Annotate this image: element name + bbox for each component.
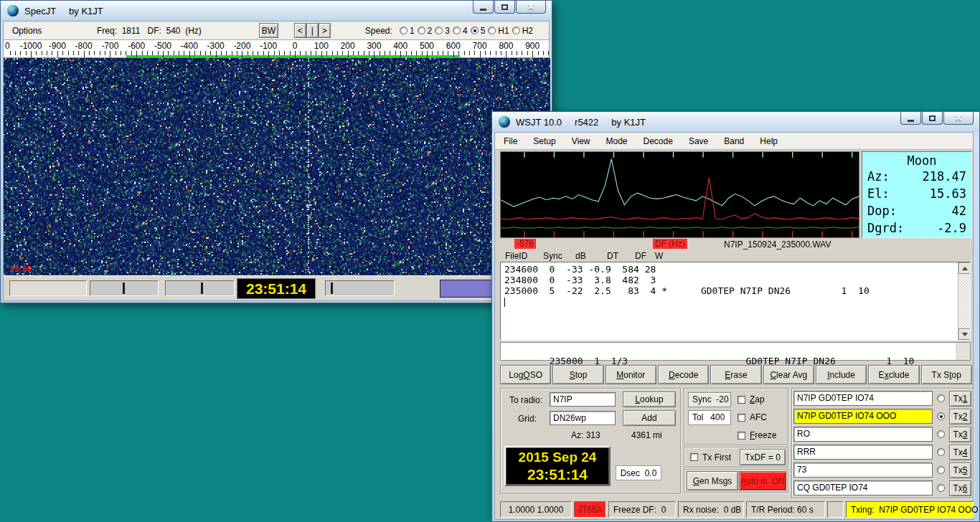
gain-slider-2[interactable] bbox=[165, 280, 235, 296]
tx1-select-radio[interactable] bbox=[937, 394, 945, 402]
maximize-button[interactable] bbox=[494, 1, 515, 14]
average-text-area[interactable]: 235000 1 1/3 GD0TEP N7IP DN26 1 10 bbox=[500, 342, 971, 361]
scale-label: -200 bbox=[233, 41, 250, 51]
menu-band[interactable]: Band bbox=[724, 136, 744, 146]
options-menu[interactable]: Options bbox=[12, 26, 97, 36]
menu-mode[interactable]: Mode bbox=[606, 136, 628, 146]
speed-option-5[interactable]: 5 bbox=[471, 26, 486, 36]
freeze-checkbox[interactable]: Freeze bbox=[738, 430, 776, 440]
wsjt-caption-buttons: ✕ bbox=[900, 112, 974, 125]
tx3-select-radio[interactable] bbox=[937, 430, 945, 438]
decode-button[interactable]: Decode bbox=[658, 365, 709, 384]
close-button[interactable]: ✕ bbox=[943, 112, 974, 125]
menu-decode[interactable]: Decode bbox=[644, 136, 673, 146]
scale-tick bbox=[268, 51, 269, 57]
slider-thumb[interactable] bbox=[123, 283, 125, 294]
specjt-titlebar[interactable]: SpecJT by K1JT ✕ bbox=[1, 1, 552, 21]
tx-stop-button[interactable]: Tx Stop bbox=[921, 365, 972, 384]
grid-input[interactable]: DN26wp bbox=[550, 411, 616, 425]
gain-slider-3[interactable] bbox=[325, 280, 395, 296]
scale-tick bbox=[147, 51, 148, 55]
menu-save[interactable]: Save bbox=[689, 136, 708, 146]
gain-slider-1[interactable] bbox=[90, 280, 159, 296]
maximize-button[interactable] bbox=[922, 112, 943, 125]
lookup-button[interactable]: Lookup bbox=[623, 392, 676, 407]
spectrum-graph[interactable] bbox=[500, 151, 859, 238]
scale-label: 700 bbox=[473, 41, 487, 51]
bw-button[interactable]: BW bbox=[259, 23, 278, 38]
utc-date: 2015 Sep 24 bbox=[519, 449, 597, 466]
scale-tick bbox=[210, 51, 211, 55]
close-button[interactable]: ✕ bbox=[516, 1, 546, 14]
tx6-message-field[interactable]: CQ GD0TEP IO74 bbox=[793, 480, 933, 495]
scroll-down-button[interactable] bbox=[958, 328, 971, 340]
scale-tick bbox=[89, 51, 90, 55]
zap-label: Zap bbox=[750, 394, 765, 404]
scroll-left-button[interactable]: < bbox=[294, 23, 306, 38]
menu-help[interactable]: Help bbox=[760, 136, 778, 146]
tx2-send-button[interactable]: Tx2 bbox=[949, 409, 971, 424]
menu-view[interactable]: View bbox=[572, 136, 590, 146]
tx4-select-radio[interactable] bbox=[937, 448, 945, 456]
slider-thumb[interactable] bbox=[331, 283, 333, 294]
speed-option-2[interactable]: 2 bbox=[418, 26, 433, 36]
exclude-button[interactable]: Exclude bbox=[868, 365, 919, 384]
waterfall-canvas[interactable] bbox=[4, 58, 550, 275]
tx5-select-radio[interactable] bbox=[937, 466, 945, 474]
menu-setup[interactable]: Setup bbox=[533, 136, 555, 146]
tx2-select-radio[interactable] bbox=[937, 412, 945, 420]
include-button[interactable]: Include bbox=[816, 365, 867, 384]
stop-button[interactable]: Stop bbox=[552, 365, 603, 384]
minimize-button[interactable] bbox=[900, 112, 921, 125]
speed-option-label: 4 bbox=[463, 26, 468, 36]
menu-file[interactable]: File bbox=[504, 136, 517, 146]
auto-on-button[interactable]: Auto is ON bbox=[739, 471, 786, 490]
slider-thumb[interactable] bbox=[201, 283, 203, 294]
scale-tick bbox=[512, 51, 512, 55]
speed-option-1[interactable]: 1 bbox=[400, 26, 415, 36]
sync-threshold-box[interactable]: Sync -20 bbox=[688, 392, 731, 407]
scale-tick bbox=[136, 51, 137, 57]
decode-scrollbar[interactable] bbox=[958, 262, 970, 340]
speed-option-4[interactable]: 4 bbox=[453, 26, 468, 36]
scale-tick bbox=[443, 51, 443, 55]
tx3-message-field[interactable]: RO bbox=[793, 427, 933, 442]
tx1-send-button[interactable]: Tx1 bbox=[949, 391, 971, 407]
scroll-up-button[interactable] bbox=[958, 262, 971, 274]
zap-checkbox[interactable]: Zap bbox=[738, 394, 765, 404]
tx5-message-field[interactable]: 73 bbox=[793, 462, 933, 478]
wsjt-content: Moon Az:218.47 El:15.63 Dop:42 Dgrd:-2.9… bbox=[495, 150, 973, 518]
tx6-send-button[interactable]: Tx6 bbox=[949, 480, 971, 496]
add-button[interactable]: Add bbox=[623, 410, 676, 426]
tx6-select-radio[interactable] bbox=[937, 484, 945, 492]
tx3-send-button[interactable]: Tx3 bbox=[949, 427, 971, 442]
afc-checkbox[interactable]: AFC bbox=[738, 412, 767, 422]
clear-avg-button[interactable]: Clear Avg bbox=[763, 365, 814, 384]
scale-tick bbox=[448, 51, 448, 55]
tx1-message-field[interactable]: N7IP GD0TEP IO74 bbox=[793, 391, 933, 406]
tx2-message-field[interactable]: N7IP GD0TEP IO74 OOO bbox=[793, 409, 933, 424]
tx4-message-field[interactable]: RRR bbox=[793, 445, 933, 460]
speed-option-h1[interactable]: H1 bbox=[488, 26, 509, 36]
speed-option-h2[interactable]: H2 bbox=[512, 26, 533, 36]
to-radio-input[interactable]: N7IP bbox=[550, 392, 616, 407]
scale-label: 600 bbox=[446, 41, 461, 51]
tx5-send-button[interactable]: Tx5 bbox=[949, 462, 971, 478]
tx-first-checkbox[interactable]: Tx First bbox=[690, 452, 731, 462]
specjt-title: SpecJT bbox=[24, 6, 56, 16]
txdf-button[interactable]: TxDF = 0 bbox=[740, 449, 786, 465]
scroll-center-button[interactable]: | bbox=[306, 23, 319, 38]
wsjt-titlebar[interactable]: WSJT 10.0 r5422 by K1JT ✕ bbox=[492, 112, 979, 132]
specjt-caption-buttons: ✕ bbox=[472, 1, 546, 14]
speed-option-3[interactable]: 3 bbox=[435, 26, 450, 36]
tolerance-box[interactable]: Tol 400 bbox=[688, 410, 731, 425]
scale-tick bbox=[116, 51, 116, 55]
tx4-send-button[interactable]: Tx4 bbox=[949, 445, 971, 460]
decode-text-area[interactable]: 234600 0 -33 -0.9 584 28234800 0 -33 3.8… bbox=[500, 262, 971, 341]
gen-msgs-button[interactable]: Gen Msgs bbox=[687, 471, 738, 490]
scroll-right-button[interactable]: > bbox=[319, 23, 331, 38]
waterfall-display[interactable]: 23:50 bbox=[4, 58, 549, 275]
monitor-button[interactable]: Monitor bbox=[606, 365, 656, 384]
minimize-button[interactable] bbox=[473, 1, 494, 14]
erase-button[interactable]: Erase bbox=[710, 365, 761, 384]
